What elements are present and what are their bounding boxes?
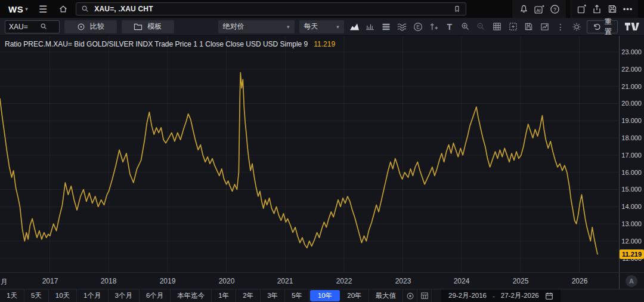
share-icon [592, 4, 602, 14]
main-menu-button[interactable]: ☰ [35, 1, 51, 17]
text-tool-icon: T [447, 22, 452, 32]
search-input-value: XAU=, .XAU CHT [94, 5, 448, 13]
help-button[interactable]: ? [547, 1, 562, 17]
area-chart-icon [349, 22, 360, 31]
calendar-grid-button[interactable] [417, 289, 432, 302]
kebab-menu-icon: ⋮ [556, 22, 565, 32]
range-button-6个月[interactable]: 6个月 [140, 289, 171, 302]
bar-chart-icon [366, 22, 374, 31]
ratio-line-chart[interactable] [0, 36, 619, 272]
panels-button[interactable] [380, 20, 392, 33]
overlay-waves-button[interactable] [397, 20, 408, 33]
reset-button[interactable]: 重置 [587, 20, 618, 33]
time-axis[interactable]: 月 A 201720182019202020212022202320242025… [0, 272, 644, 289]
bookmark-icon[interactable] [453, 5, 461, 13]
price-tick-label: 17.000 [621, 151, 642, 159]
range-button-3年[interactable]: 3年 [261, 289, 285, 302]
compare-button[interactable]: 比较 [64, 20, 117, 33]
chart-panel[interactable]: Ratio PREC.M.XAU= Bid GOLD/SILVER INDX T… [0, 36, 644, 272]
chart-settings-button[interactable] [571, 20, 582, 33]
range-button-本年迄今[interactable]: 本年迄今 [171, 289, 212, 302]
series-last-value: 11.219 [314, 40, 335, 48]
compare-label: 比较 [90, 21, 104, 32]
price-tick-label: 12.000 [621, 237, 642, 245]
price-tick-label: 19.000 [621, 116, 642, 125]
more-options-button[interactable]: ⋮ [555, 20, 566, 33]
range-button-1年[interactable]: 1年 [212, 289, 236, 302]
search-icon [81, 5, 89, 13]
text-tool-button[interactable]: T [444, 20, 455, 33]
range-button-5天[interactable]: 5天 [24, 289, 49, 302]
chevron-down-icon: ▾ [336, 24, 339, 30]
interval-value: 每天 [304, 21, 329, 32]
reset-label: 重置 [605, 17, 612, 37]
interval-dial-button[interactable] [403, 289, 417, 302]
save-chart-button[interactable] [523, 20, 534, 33]
year-tick-label: 2019 [160, 277, 176, 285]
year-tick-label: 2024 [454, 277, 470, 285]
range-button-最大值[interactable]: 最大值 [369, 289, 404, 302]
more-menu-button[interactable]: ••• [620, 1, 636, 17]
home-button[interactable] [55, 1, 71, 17]
chevron-down-icon: ▾ [287, 24, 290, 30]
ai-plus-icon: AI [534, 4, 544, 14]
save-button[interactable] [605, 1, 620, 17]
new-window-icon [577, 4, 587, 14]
range-button-20年[interactable]: 20年 [340, 289, 369, 302]
notifications-button[interactable] [516, 1, 531, 17]
price-axis[interactable]: 23.00022.00021.00020.00019.00018.00017.0… [619, 36, 644, 272]
zoom-out-button[interactable] [476, 20, 487, 33]
axis-settings-button[interactable] [428, 20, 439, 33]
svg-text:E: E [416, 24, 420, 30]
year-tick-label: 2017 [42, 277, 58, 285]
date-range-picker[interactable]: 29-2月-2016 - 27-2月-2026 [441, 289, 561, 302]
ai-assistant-button[interactable]: AI [531, 1, 547, 17]
last-price-badge: 11.219 [620, 249, 644, 259]
symbol-input[interactable]: XAU= [5, 20, 60, 33]
bell-icon [519, 4, 528, 14]
axis-plus-icon [429, 22, 438, 31]
partial-month-label: 月 [1, 277, 8, 287]
events-button[interactable]: E [412, 20, 423, 33]
snapshot-button[interactable] [507, 20, 519, 33]
folder-icon [134, 23, 143, 30]
date-range-separator: - [493, 292, 495, 300]
grid-icon [493, 22, 501, 31]
global-search[interactable]: XAU=, .XAU CHT [76, 2, 466, 16]
more-horizontal-icon: ••• [623, 5, 633, 14]
year-tick-label: 2022 [336, 277, 352, 285]
grid-layout-button[interactable] [491, 20, 503, 33]
range-button-10年[interactable]: 10年 [310, 290, 340, 301]
year-tick-label: 2023 [395, 277, 411, 285]
range-button-10天[interactable]: 10天 [49, 289, 77, 302]
template-button[interactable]: 模板 [122, 20, 174, 33]
gear-icon [572, 22, 581, 32]
chart-legend-row: Ratio PREC.M.XAU= Bid GOLD/SILVER INDX T… [5, 40, 335, 48]
share-button[interactable] [589, 1, 605, 17]
range-button-1天[interactable]: 1天 [0, 289, 24, 302]
chart-type-area-button[interactable] [349, 20, 360, 33]
zoom-in-button[interactable] [460, 20, 471, 33]
range-button-5年[interactable]: 5年 [285, 289, 309, 302]
range-button-2年[interactable]: 2年 [236, 289, 261, 302]
range-button-1个月[interactable]: 1个月 [77, 289, 108, 302]
price-tick-label: 20.000 [621, 99, 642, 107]
year-tick-label: 2020 [219, 277, 235, 285]
interval-select[interactable]: 每天 ▾ [299, 20, 344, 33]
price-mode-select[interactable]: 绝对价 ▾ [218, 20, 295, 33]
circle-e-icon: E [413, 22, 423, 32]
undo-arrow-icon [593, 23, 601, 31]
price-mode-value: 绝对价 [223, 21, 278, 32]
tradingview-logo[interactable] [625, 23, 639, 31]
new-layout-button[interactable] [574, 1, 589, 17]
chart-type-bars-button[interactable] [364, 20, 376, 33]
year-tick-label: 2021 [277, 277, 293, 285]
compare-icon [77, 23, 85, 31]
export-chart-button[interactable] [539, 20, 550, 33]
price-tick-label: 23.000 [621, 48, 642, 56]
price-tick-label: 13.000 [621, 220, 642, 228]
price-tick-label: 18.000 [621, 134, 642, 142]
app-logo[interactable]: WS ▾ [6, 4, 30, 14]
auto-scale-button[interactable]: A [626, 275, 637, 287]
range-button-3个月[interactable]: 3个月 [109, 289, 140, 302]
